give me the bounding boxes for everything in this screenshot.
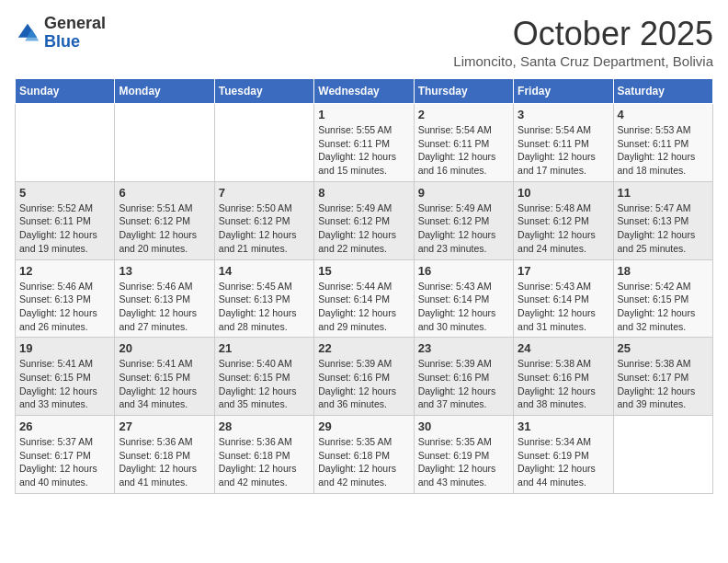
day-info: Sunrise: 5:43 AM Sunset: 6:14 PM Dayligh… [518, 280, 609, 334]
day-info: Sunrise: 5:42 AM Sunset: 6:15 PM Dayligh… [618, 280, 709, 334]
logo-icon [15, 20, 40, 46]
calendar-cell: 11Sunrise: 5:47 AM Sunset: 6:13 PM Dayli… [613, 181, 712, 259]
day-info: Sunrise: 5:38 AM Sunset: 6:16 PM Dayligh… [518, 357, 609, 411]
calendar-cell: 13Sunrise: 5:46 AM Sunset: 6:13 PM Dayli… [115, 259, 214, 338]
calendar-header-row: SundayMondayTuesdayWednesdayThursdayFrid… [16, 79, 713, 104]
calendar-cell: 7Sunrise: 5:50 AM Sunset: 6:12 PM Daylig… [214, 181, 313, 259]
calendar-cell: 28Sunrise: 5:36 AM Sunset: 6:18 PM Dayli… [214, 416, 313, 494]
day-number: 26 [19, 419, 110, 433]
calendar-cell: 18Sunrise: 5:42 AM Sunset: 6:15 PM Dayli… [613, 259, 712, 338]
day-info: Sunrise: 5:49 AM Sunset: 6:12 PM Dayligh… [318, 201, 409, 256]
day-number: 23 [418, 341, 509, 355]
col-header-saturday: Saturday [613, 79, 712, 104]
day-number: 29 [318, 419, 409, 433]
calendar-cell: 2Sunrise: 5:54 AM Sunset: 6:11 PM Daylig… [414, 104, 513, 182]
day-number: 18 [618, 264, 709, 278]
day-number: 31 [518, 419, 609, 433]
day-info: Sunrise: 5:37 AM Sunset: 6:17 PM Dayligh… [19, 435, 110, 489]
day-number: 1 [318, 108, 409, 121]
calendar-cell: 26Sunrise: 5:37 AM Sunset: 6:17 PM Dayli… [16, 416, 115, 494]
calendar-cell: 12Sunrise: 5:46 AM Sunset: 6:13 PM Dayli… [16, 259, 115, 338]
day-info: Sunrise: 5:54 AM Sunset: 6:11 PM Dayligh… [418, 123, 509, 178]
day-info: Sunrise: 5:48 AM Sunset: 6:12 PM Dayligh… [518, 201, 609, 256]
day-number: 15 [318, 264, 409, 278]
day-number: 20 [119, 341, 210, 355]
day-info: Sunrise: 5:36 AM Sunset: 6:18 PM Dayligh… [219, 435, 310, 489]
day-number: 30 [418, 419, 509, 433]
calendar-cell: 22Sunrise: 5:39 AM Sunset: 6:16 PM Dayli… [314, 338, 414, 416]
day-info: Sunrise: 5:43 AM Sunset: 6:14 PM Dayligh… [418, 280, 509, 334]
day-number: 22 [318, 341, 409, 355]
calendar-cell: 25Sunrise: 5:38 AM Sunset: 6:17 PM Dayli… [613, 338, 712, 416]
col-header-tuesday: Tuesday [214, 79, 313, 104]
calendar-cell: 29Sunrise: 5:35 AM Sunset: 6:18 PM Dayli… [314, 416, 414, 494]
calendar-cell [214, 104, 313, 182]
col-header-wednesday: Wednesday [314, 79, 414, 104]
day-number: 16 [418, 264, 509, 278]
day-info: Sunrise: 5:44 AM Sunset: 6:14 PM Dayligh… [318, 280, 409, 334]
day-number: 14 [219, 264, 310, 278]
day-info: Sunrise: 5:51 AM Sunset: 6:12 PM Dayligh… [119, 201, 210, 256]
day-info: Sunrise: 5:46 AM Sunset: 6:13 PM Dayligh… [19, 280, 110, 334]
calendar-week-row: 5Sunrise: 5:52 AM Sunset: 6:11 PM Daylig… [16, 181, 713, 259]
calendar-week-row: 12Sunrise: 5:46 AM Sunset: 6:13 PM Dayli… [16, 259, 713, 338]
calendar-cell: 8Sunrise: 5:49 AM Sunset: 6:12 PM Daylig… [314, 181, 414, 259]
day-number: 3 [518, 108, 609, 121]
day-number: 9 [418, 186, 509, 200]
col-header-sunday: Sunday [16, 79, 115, 104]
day-info: Sunrise: 5:53 AM Sunset: 6:11 PM Dayligh… [618, 123, 709, 178]
day-info: Sunrise: 5:36 AM Sunset: 6:18 PM Dayligh… [119, 435, 210, 489]
month-title: October 2025 [453, 15, 713, 53]
calendar-cell: 9Sunrise: 5:49 AM Sunset: 6:12 PM Daylig… [414, 181, 513, 259]
day-info: Sunrise: 5:35 AM Sunset: 6:18 PM Dayligh… [318, 435, 409, 489]
calendar-cell [613, 416, 712, 494]
day-number: 5 [19, 186, 110, 200]
location-subtitle: Limoncito, Santa Cruz Department, Bolivi… [453, 53, 713, 69]
calendar-cell: 27Sunrise: 5:36 AM Sunset: 6:18 PM Dayli… [115, 416, 214, 494]
calendar-cell: 16Sunrise: 5:43 AM Sunset: 6:14 PM Dayli… [414, 259, 513, 338]
calendar-cell: 15Sunrise: 5:44 AM Sunset: 6:14 PM Dayli… [314, 259, 414, 338]
day-info: Sunrise: 5:54 AM Sunset: 6:11 PM Dayligh… [518, 123, 609, 178]
day-info: Sunrise: 5:41 AM Sunset: 6:15 PM Dayligh… [119, 357, 210, 411]
calendar-week-row: 19Sunrise: 5:41 AM Sunset: 6:15 PM Dayli… [16, 338, 713, 416]
calendar-cell: 4Sunrise: 5:53 AM Sunset: 6:11 PM Daylig… [613, 104, 712, 182]
day-number: 17 [518, 264, 609, 278]
day-info: Sunrise: 5:46 AM Sunset: 6:13 PM Dayligh… [119, 280, 210, 334]
calendar-cell: 1Sunrise: 5:55 AM Sunset: 6:11 PM Daylig… [314, 104, 414, 182]
calendar-cell: 20Sunrise: 5:41 AM Sunset: 6:15 PM Dayli… [115, 338, 214, 416]
day-info: Sunrise: 5:38 AM Sunset: 6:17 PM Dayligh… [618, 357, 709, 411]
day-info: Sunrise: 5:55 AM Sunset: 6:11 PM Dayligh… [318, 123, 409, 178]
day-number: 8 [318, 186, 409, 200]
col-header-friday: Friday [514, 79, 613, 104]
day-number: 7 [219, 186, 310, 200]
title-area: October 2025 Limoncito, Santa Cruz Depar… [453, 15, 713, 69]
day-number: 11 [618, 186, 709, 200]
calendar-cell: 19Sunrise: 5:41 AM Sunset: 6:15 PM Dayli… [16, 338, 115, 416]
logo-blue-text: Blue [44, 32, 80, 51]
day-number: 6 [119, 186, 210, 200]
calendar-cell: 17Sunrise: 5:43 AM Sunset: 6:14 PM Dayli… [514, 259, 613, 338]
calendar-cell: 21Sunrise: 5:40 AM Sunset: 6:15 PM Dayli… [214, 338, 313, 416]
page-header: General Blue October 2025 Limoncito, San… [15, 15, 713, 69]
col-header-thursday: Thursday [414, 79, 513, 104]
calendar-cell [115, 104, 214, 182]
day-number: 2 [418, 108, 509, 121]
day-info: Sunrise: 5:41 AM Sunset: 6:15 PM Dayligh… [19, 357, 110, 411]
calendar-cell: 31Sunrise: 5:34 AM Sunset: 6:19 PM Dayli… [514, 416, 613, 494]
day-info: Sunrise: 5:39 AM Sunset: 6:16 PM Dayligh… [418, 357, 509, 411]
day-number: 19 [19, 341, 110, 355]
day-info: Sunrise: 5:45 AM Sunset: 6:13 PM Dayligh… [219, 280, 310, 334]
day-number: 4 [618, 108, 709, 121]
day-info: Sunrise: 5:47 AM Sunset: 6:13 PM Dayligh… [618, 201, 709, 256]
day-info: Sunrise: 5:49 AM Sunset: 6:12 PM Dayligh… [418, 201, 509, 256]
calendar-week-row: 1Sunrise: 5:55 AM Sunset: 6:11 PM Daylig… [16, 104, 713, 182]
day-number: 10 [518, 186, 609, 200]
calendar-cell: 30Sunrise: 5:35 AM Sunset: 6:19 PM Dayli… [414, 416, 513, 494]
calendar-cell: 6Sunrise: 5:51 AM Sunset: 6:12 PM Daylig… [115, 181, 214, 259]
day-number: 27 [119, 419, 210, 433]
day-info: Sunrise: 5:52 AM Sunset: 6:11 PM Dayligh… [19, 201, 110, 256]
day-info: Sunrise: 5:39 AM Sunset: 6:16 PM Dayligh… [318, 357, 409, 411]
calendar-cell [16, 104, 115, 182]
calendar-week-row: 26Sunrise: 5:37 AM Sunset: 6:17 PM Dayli… [16, 416, 713, 494]
day-number: 28 [219, 419, 310, 433]
